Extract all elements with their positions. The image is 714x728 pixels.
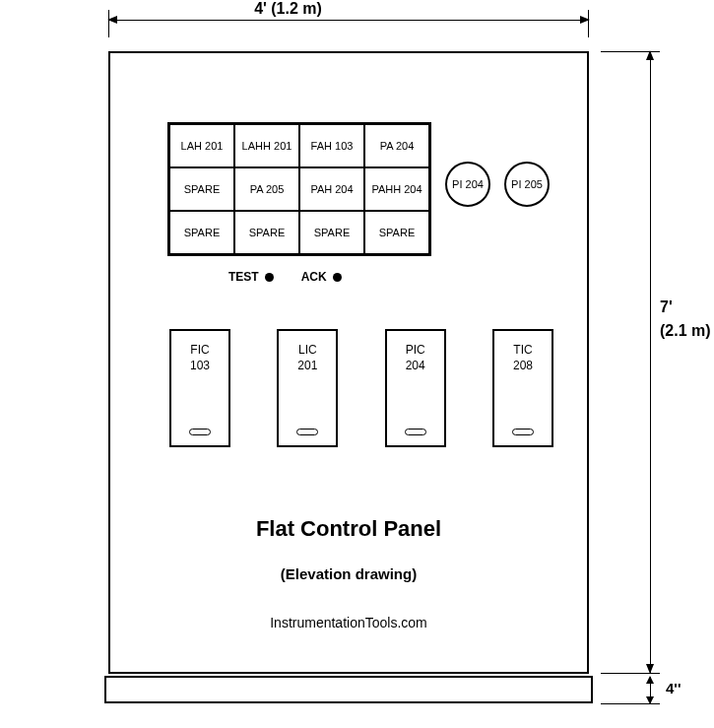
height-dim-tick-bottom (601, 673, 660, 674)
annunciator-cell: LAH 201 (169, 124, 234, 167)
controller-label-line1: LIC (298, 343, 317, 359)
annunciator-cell: SPARE (234, 211, 299, 254)
controller-slot-icon (405, 429, 426, 435)
controller-fic-103: FIC 103 (169, 329, 230, 447)
base-dim-tick-bottom (601, 703, 660, 704)
annunciator-cell: PAH 204 (299, 167, 364, 211)
annunciator-grid: LAH 201 LAHH 201 FAH 103 PA 204 SPARE PA… (167, 122, 431, 256)
height-dimension-line (650, 51, 651, 673)
base-dimension-line (650, 677, 651, 703)
test-button-icon (265, 273, 274, 282)
controller-label-line2: 201 (297, 359, 317, 374)
ack-button-icon (333, 273, 342, 282)
gauge-pi-204: PI 204 (445, 162, 490, 207)
controller-pic-204: PIC 204 (385, 329, 446, 447)
annunciator-cell: PA 205 (234, 167, 299, 211)
gauge-label: PI 204 (452, 178, 484, 190)
panel-subtitle: (Elevation drawing) (110, 565, 587, 582)
width-dim-tick-right (588, 10, 589, 37)
ack-button[interactable]: ACK (301, 270, 342, 284)
annunciator-cell: SPARE (364, 211, 429, 254)
base-dimension-label: 4'' (666, 680, 681, 696)
controller-tic-208: TIC 208 (492, 329, 553, 447)
annunciator-row: SPARE PA 205 PAH 204 PAHH 204 (169, 167, 429, 211)
annunciator-cell: SPARE (299, 211, 364, 254)
controller-slot-icon (189, 429, 211, 435)
control-panel-body: LAH 201 LAHH 201 FAH 103 PA 204 SPARE PA… (108, 51, 589, 674)
test-button[interactable]: TEST (228, 270, 274, 284)
controller-row: FIC 103 LIC 201 PIC 204 TIC 208 (169, 329, 553, 447)
annunciator-cell: SPARE (169, 167, 234, 211)
annunciator-cell: LAHH 201 (234, 124, 299, 167)
test-button-label: TEST (228, 270, 259, 284)
panel-title: Flat Control Panel (110, 516, 587, 542)
controller-label-line1: FIC (190, 343, 209, 359)
height-dim-tick-top (601, 51, 660, 52)
control-panel-base (104, 676, 593, 703)
width-dimension-label: 4' (1.2 m) (0, 0, 576, 18)
controller-label-line1: PIC (406, 343, 425, 359)
height-dim-feet: 7' (660, 296, 714, 319)
annunciator-cell: PAHH 204 (364, 167, 429, 211)
pushbutton-row: TEST ACK (228, 270, 342, 284)
controller-label-line1: TIC (513, 343, 532, 359)
controller-lic-201: LIC 201 (277, 329, 338, 447)
annunciator-row: LAH 201 LAHH 201 FAH 103 PA 204 (169, 124, 429, 167)
width-dim-tick-left (108, 10, 109, 37)
gauge-label: PI 205 (511, 178, 543, 190)
annunciator-row: SPARE SPARE SPARE SPARE (169, 211, 429, 254)
ack-button-label: ACK (301, 270, 327, 284)
width-dimension-line (108, 20, 589, 21)
controller-slot-icon (296, 429, 318, 435)
height-dim-metric: (2.1 m) (660, 319, 714, 343)
panel-credit: InstrumentationTools.com (110, 615, 587, 630)
height-dimension-label: 7' (2.1 m) (660, 296, 714, 343)
controller-slot-icon (512, 429, 534, 435)
gauge-pi-205: PI 205 (504, 162, 550, 207)
annunciator-cell: SPARE (169, 211, 234, 254)
controller-label-line2: 208 (513, 359, 533, 374)
controller-label-line2: 103 (190, 359, 210, 374)
controller-label-line2: 204 (406, 359, 425, 374)
annunciator-cell: FAH 103 (299, 124, 364, 167)
annunciator-cell: PA 204 (364, 124, 429, 167)
